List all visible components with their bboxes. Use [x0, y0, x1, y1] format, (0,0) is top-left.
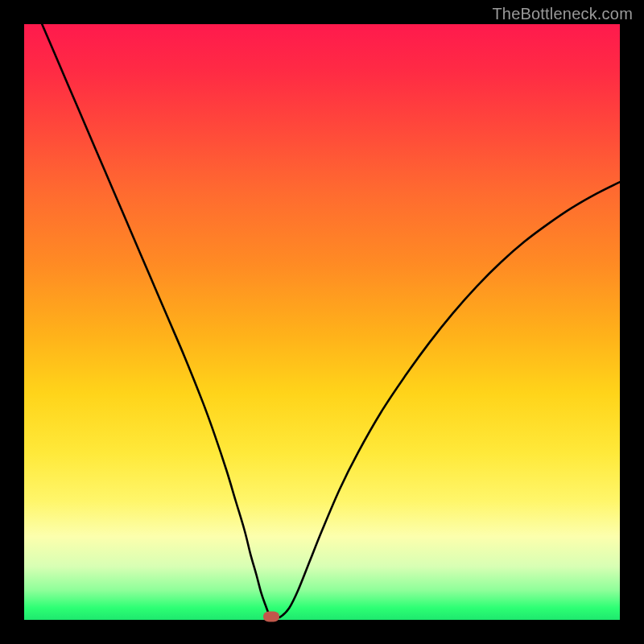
bottleneck-curve — [24, 24, 620, 620]
watermark-text: TheBottleneck.com — [492, 5, 633, 23]
current-point-marker — [263, 612, 279, 622]
plot-area — [24, 24, 620, 620]
chart-frame: TheBottleneck.com — [0, 0, 644, 644]
